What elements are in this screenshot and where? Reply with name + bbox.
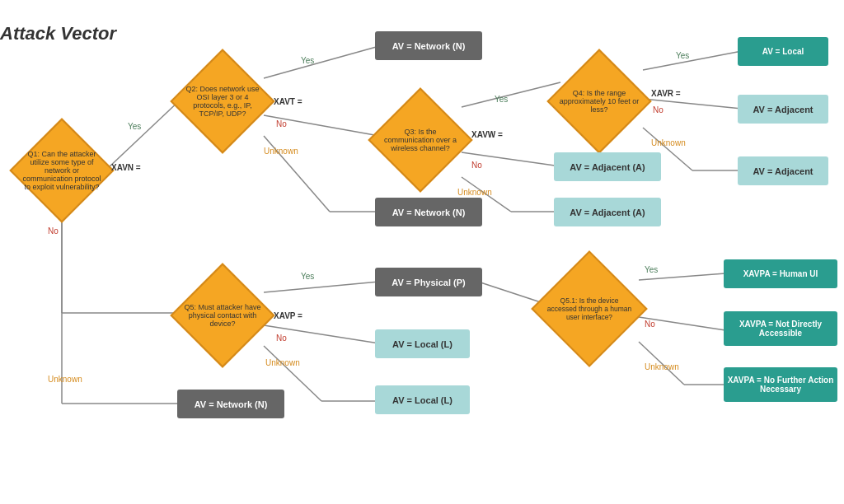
q2-yes-label: Yes [301, 56, 314, 65]
xavp-label: XAVP = [274, 311, 302, 320]
av-network-n-top-box: AV = Network (N) [375, 31, 482, 60]
q1-yes-label: Yes [128, 122, 141, 131]
q5-no-label: No [276, 334, 287, 343]
av-physical-p-box: AV = Physical (P) [375, 268, 482, 296]
xavr-label: XAVR = [651, 89, 681, 98]
xavpa-no-further-box: XAVPA = No Further Action Necessary [724, 367, 837, 402]
xavpa-not-directly-box: XAVPA = Not Directly Accessible [724, 311, 837, 346]
q4-yes-label: Yes [676, 51, 689, 60]
q1-unknown-label: Unknown [48, 375, 82, 384]
av-adjacent-a2-box: AV = Adjacent (A) [554, 198, 661, 226]
q3-unknown-label: Unknown [457, 188, 492, 197]
q3-yes-label: Yes [495, 95, 508, 104]
q51-unknown-label: Unknown [645, 362, 679, 371]
q2-no-label: No [276, 119, 287, 128]
svg-line-9 [462, 82, 560, 107]
av-local-top-box: AV = Local [738, 37, 828, 66]
av-adjacent-right2-box: AV = Adjacent [738, 156, 828, 185]
q3-diamond-label: Q3: Is the communication over a wireless… [375, 95, 466, 185]
av-network-n-mid-box: AV = Network (N) [375, 198, 482, 226]
svg-line-5 [264, 46, 379, 78]
q2-diamond-label: Q2: Does network use OSI layer 3 or 4 pr… [177, 56, 268, 147]
q5-unknown-label: Unknown [265, 358, 300, 367]
q3-no-label: No [471, 161, 482, 170]
av-local-l2-box: AV = Local (L) [375, 385, 470, 414]
svg-line-13 [643, 51, 742, 70]
av-adjacent-right1-box: AV = Adjacent [738, 95, 828, 124]
page-title: Attack Vector [0, 23, 116, 44]
q4-no-label: No [653, 105, 663, 114]
q51-diamond-label: Q5.1: Is the device accessed through a h… [540, 259, 639, 358]
xavt-label: XAVT = [274, 97, 302, 106]
q1-diamond-label: Q1: Can the attacker utilize some type o… [16, 125, 107, 216]
svg-line-17 [264, 282, 379, 292]
q5-diamond-label: Q5: Must attacker have physical contact … [177, 270, 268, 361]
xavpa-human-ui-box: XAVPA = Human UI [724, 259, 837, 288]
q51-yes-label: Yes [645, 265, 658, 274]
xavw-label: XAVW = [471, 130, 503, 139]
q51-no-label: No [645, 320, 655, 329]
q1-no-label: No [48, 226, 59, 236]
q4-unknown-label: Unknown [651, 138, 686, 147]
q2-unknown-label: Unknown [264, 147, 298, 156]
xavn-label: XAVN = [111, 163, 141, 172]
av-local-l1-box: AV = Local (L) [375, 329, 470, 358]
av-adjacent-a1-box: AV = Adjacent (A) [554, 152, 661, 181]
q5-yes-label: Yes [301, 272, 314, 281]
svg-line-22 [639, 273, 725, 280]
av-network-n-bot-box: AV = Network (N) [177, 390, 284, 418]
svg-line-0 [107, 99, 181, 169]
q4-diamond-label: Q4: Is the range approximately 10 feet o… [554, 56, 645, 147]
